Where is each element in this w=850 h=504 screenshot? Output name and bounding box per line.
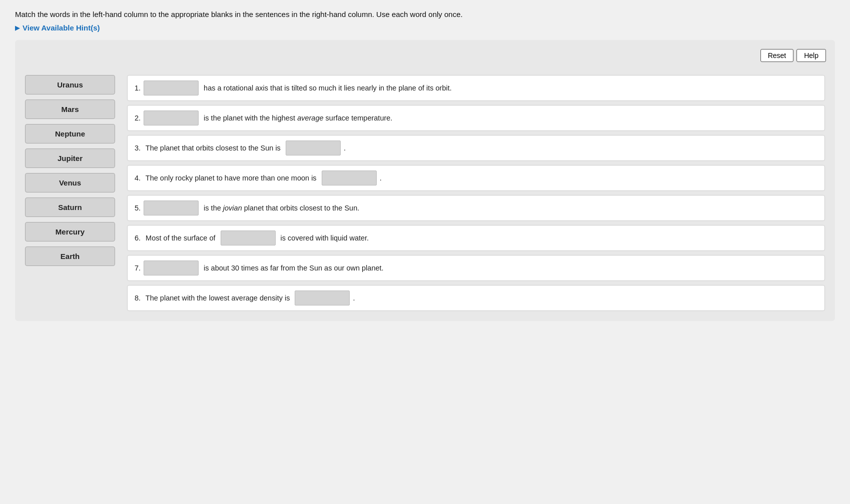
reset-button[interactable]: Reset — [760, 49, 794, 62]
instructions-text: Match the words in the left-hand column … — [15, 10, 835, 18]
sentence-text-4b: . — [380, 174, 382, 182]
word-item-mercury[interactable]: Mercury — [25, 222, 115, 242]
word-item-earth[interactable]: Earth — [25, 246, 115, 266]
sentence-number-5: 5. — [135, 204, 141, 212]
sentence-text-3a: The planet that orbits closest to the Su… — [144, 144, 283, 152]
blank-8[interactable] — [295, 290, 350, 306]
sentence-list: 1. has a rotational axis that is tilted … — [127, 75, 825, 311]
blank-6[interactable] — [221, 230, 276, 246]
sentence-number-3: 3. — [135, 144, 141, 152]
content-area: UranusMarsNeptuneJupiterVenusSaturnMercu… — [25, 75, 825, 311]
hint-label: View Available Hint(s) — [23, 24, 100, 32]
word-item-mars[interactable]: Mars — [25, 100, 115, 119]
sentence-row-8: 8. The planet with the lowest average de… — [127, 285, 825, 311]
word-item-neptune[interactable]: Neptune — [25, 124, 115, 144]
word-item-uranus[interactable]: Uranus — [25, 75, 115, 94]
word-item-saturn[interactable]: Saturn — [25, 198, 115, 217]
sentence-number-1: 1. — [135, 84, 141, 92]
sentence-row-2: 2. is the planet with the highest averag… — [127, 105, 825, 131]
word-item-jupiter[interactable]: Jupiter — [25, 148, 115, 168]
sentence-text-2: is the planet with the highest average s… — [202, 114, 392, 122]
sentence-text-8b: . — [353, 294, 355, 302]
blank-2[interactable] — [144, 110, 199, 126]
sentence-row-7: 7. is about 30 times as far from the Sun… — [127, 255, 825, 281]
word-item-venus[interactable]: Venus — [25, 173, 115, 192]
sentence-text-6b: is covered with liquid water. — [279, 234, 369, 242]
blank-4[interactable] — [322, 170, 377, 186]
sentence-text-1: has a rotational axis that is tilted so … — [202, 84, 452, 92]
sentence-text-6a: Most of the surface of — [144, 234, 218, 242]
sentence-row-6: 6. Most of the surface of is covered wit… — [127, 225, 825, 251]
sentence-number-8: 8. — [135, 294, 141, 302]
sentence-row-1: 1. has a rotational axis that is tilted … — [127, 75, 825, 101]
sentence-text-4a: The only rocky planet to have more than … — [144, 174, 319, 182]
sentence-row-4: 4. The only rocky planet to have more th… — [127, 165, 825, 191]
sentence-number-7: 7. — [135, 264, 141, 272]
blank-5[interactable] — [144, 200, 199, 216]
sentence-row-5: 5. is the jovian planet that orbits clos… — [127, 195, 825, 221]
help-button[interactable]: Help — [796, 49, 826, 62]
word-list: UranusMarsNeptuneJupiterVenusSaturnMercu… — [25, 75, 115, 311]
sentence-text-8a: The planet with the lowest average densi… — [144, 294, 292, 302]
sentence-number-4: 4. — [135, 174, 141, 182]
sentence-number-6: 6. — [135, 234, 141, 242]
hint-arrow-icon: ▶ — [15, 24, 20, 32]
blank-7[interactable] — [144, 260, 199, 276]
hint-toggle[interactable]: ▶ View Available Hint(s) — [15, 24, 835, 32]
blank-1[interactable] — [144, 80, 199, 96]
toolbar-buttons: Reset Help — [760, 49, 826, 62]
sentence-number-2: 2. — [135, 114, 141, 122]
sentence-text-5: is the jovian planet that orbits closest… — [202, 204, 359, 212]
sentence-text-7: is about 30 times as far from the Sun as… — [202, 264, 384, 272]
main-container: Reset Help UranusMarsNeptuneJupiterVenus… — [15, 40, 835, 321]
sentence-text-3b: . — [344, 144, 346, 152]
blank-3[interactable] — [286, 140, 341, 156]
sentence-row-3: 3. The planet that orbits closest to the… — [127, 135, 825, 161]
